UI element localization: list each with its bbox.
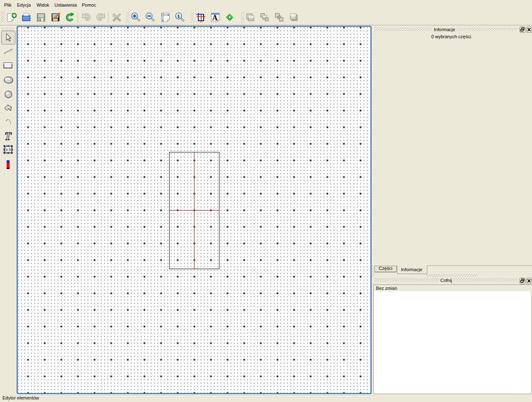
svg-text:a.b: a.b bbox=[6, 147, 11, 152]
svg-text:A: A bbox=[212, 14, 218, 22]
svg-text:1: 1 bbox=[177, 13, 180, 19]
svg-text:T: T bbox=[5, 131, 12, 142]
